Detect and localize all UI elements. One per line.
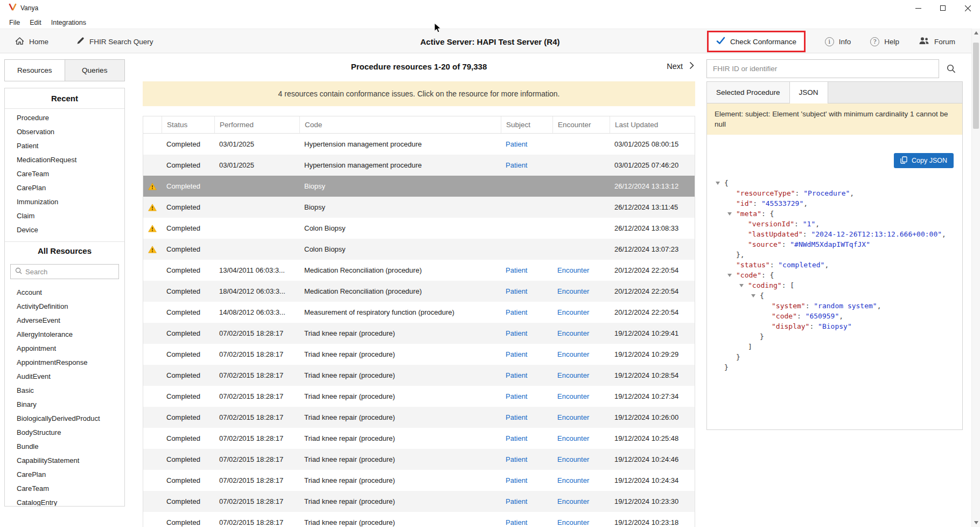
sidebar-resource-item[interactable]: AppointmentResponse: [5, 356, 124, 370]
sidebar-resource-item[interactable]: Claim: [5, 209, 124, 223]
sidebar-resource-item[interactable]: Appointment: [5, 342, 124, 356]
sidebar-resource-item[interactable]: BodyStructure: [5, 426, 124, 440]
subject-link[interactable]: Patient: [506, 140, 527, 148]
sidebar-resource-item[interactable]: CarePlan: [5, 468, 124, 482]
json-collapse-toggle[interactable]: [751, 294, 755, 297]
table-row[interactable]: Completed 07/02/2015 18:28:17 Triad knee…: [143, 512, 695, 527]
resource-search-input[interactable]: [25, 268, 114, 276]
table-row[interactable]: Completed 13/04/2011 06:03:3... Medicati…: [143, 260, 695, 281]
table-row[interactable]: Completed 07/02/2015 18:28:17 Triad knee…: [143, 428, 695, 449]
column-header-last-updated[interactable]: Last Updated: [610, 116, 695, 133]
window-scrollbar[interactable]: [971, 29, 980, 527]
fhir-id-search-input[interactable]: [706, 59, 939, 78]
menu-file[interactable]: File: [4, 19, 25, 26]
home-button[interactable]: Home: [15, 37, 48, 47]
sidebar-resource-item[interactable]: CarePlan: [5, 181, 124, 195]
sidebar-resource-item[interactable]: AuditEvent: [5, 370, 124, 384]
encounter-link[interactable]: Encounter: [557, 371, 589, 379]
sidebar-resource-item[interactable]: ServiceRequest: [5, 237, 124, 241]
encounter-link[interactable]: Encounter: [557, 518, 589, 526]
subject-link[interactable]: Patient: [506, 476, 527, 484]
subject-link[interactable]: Patient: [506, 518, 527, 526]
subject-link[interactable]: Patient: [506, 266, 527, 274]
subject-link[interactable]: Patient: [506, 497, 527, 505]
table-row[interactable]: Completed 07/02/2015 18:28:17 Triad knee…: [143, 470, 695, 491]
table-row[interactable]: Completed Biopsy 26/12/2024 13:13:12: [143, 176, 695, 197]
encounter-link[interactable]: Encounter: [557, 392, 589, 400]
table-row[interactable]: Completed 03/01/2025 Hypertension manage…: [143, 155, 695, 176]
check-conformance-button[interactable]: Check Conformance: [707, 31, 806, 52]
next-page-button[interactable]: Next: [667, 53, 694, 79]
subject-link[interactable]: Patient: [506, 308, 527, 316]
subject-link[interactable]: Patient: [506, 392, 527, 400]
encounter-link[interactable]: Encounter: [557, 455, 589, 463]
table-row[interactable]: Completed 07/02/2015 18:28:17 Triad knee…: [143, 386, 695, 407]
sidebar-resource-item[interactable]: CareTeam: [5, 482, 124, 496]
json-collapse-toggle[interactable]: [727, 274, 732, 277]
table-row[interactable]: Completed Colon Biopsy 26/12/2024 13:08:…: [143, 218, 695, 239]
table-row[interactable]: Completed 18/04/2012 06:03:3... Medicati…: [143, 281, 695, 302]
table-row[interactable]: Completed 07/02/2015 18:28:17 Triad knee…: [143, 449, 695, 470]
table-row[interactable]: Completed Colon Biopsy 26/12/2024 13:07:…: [143, 239, 695, 260]
sidebar-resource-item[interactable]: Procedure: [5, 111, 124, 125]
info-button[interactable]: i Info: [825, 37, 851, 46]
subject-link[interactable]: Patient: [506, 350, 527, 358]
table-row[interactable]: Completed 07/02/2015 18:28:17 Triad knee…: [143, 365, 695, 386]
table-row[interactable]: Completed 03/01/2025 Hypertension manage…: [143, 134, 695, 155]
subject-link[interactable]: Patient: [506, 371, 527, 379]
sidebar-resource-item[interactable]: MedicationRequest: [5, 153, 124, 167]
sidebar-resource-item[interactable]: Patient: [5, 139, 124, 153]
subject-link[interactable]: Patient: [506, 287, 527, 295]
column-header-performed[interactable]: Performed: [214, 116, 299, 133]
sidebar-resource-item[interactable]: AllergyIntolerance: [5, 328, 124, 342]
tab-queries[interactable]: Queries: [65, 59, 125, 81]
help-button[interactable]: ? Help: [870, 37, 899, 46]
close-button[interactable]: [955, 0, 980, 16]
column-header-encounter[interactable]: Encounter: [552, 116, 610, 133]
sidebar-resource-item[interactable]: Basic: [5, 384, 124, 398]
sidebar-resource-item[interactable]: Account: [5, 286, 124, 300]
sidebar-resource-item[interactable]: Device: [5, 223, 124, 237]
table-row[interactable]: Completed 07/02/2015 18:28:17 Triad knee…: [143, 344, 695, 365]
minimize-button[interactable]: [906, 0, 930, 16]
encounter-link[interactable]: Encounter: [557, 266, 589, 274]
tab-json[interactable]: JSON: [790, 82, 828, 103]
sidebar-resource-item[interactable]: ActivityDefinition: [5, 300, 124, 314]
column-header-code[interactable]: Code: [299, 116, 501, 133]
subject-link[interactable]: Patient: [506, 413, 527, 421]
encounter-link[interactable]: Encounter: [557, 413, 589, 421]
table-row[interactable]: Completed 14/08/2012 06:03:3... Measurem…: [143, 302, 695, 323]
sidebar-resource-item[interactable]: Observation: [5, 125, 124, 139]
fhir-search-query-button[interactable]: FHIR Search Query: [76, 37, 153, 46]
encounter-link[interactable]: Encounter: [557, 476, 589, 484]
encounter-link[interactable]: Encounter: [557, 350, 589, 358]
encounter-link[interactable]: Encounter: [557, 497, 589, 505]
tab-selected-procedure[interactable]: Selected Procedure: [707, 82, 790, 103]
scrollbar-thumb[interactable]: [973, 43, 979, 129]
scroll-down-arrow[interactable]: [974, 521, 978, 524]
encounter-link[interactable]: Encounter: [557, 434, 589, 442]
tab-resources[interactable]: Resources: [4, 59, 65, 81]
sidebar-resource-item[interactable]: Bundle: [5, 440, 124, 454]
menu-integrations[interactable]: Integrations: [46, 19, 91, 26]
json-collapse-toggle[interactable]: [716, 182, 720, 185]
subject-link[interactable]: Patient: [506, 161, 527, 169]
encounter-link[interactable]: Encounter: [557, 329, 589, 337]
sidebar-resource-item[interactable]: CatalogEntry: [5, 496, 124, 506]
table-row[interactable]: Completed 07/02/2015 18:28:17 Triad knee…: [143, 491, 695, 512]
table-row[interactable]: Completed 07/02/2015 18:28:17 Triad knee…: [143, 323, 695, 344]
copy-json-button[interactable]: Copy JSON: [894, 153, 954, 168]
subject-link[interactable]: Patient: [506, 329, 527, 337]
encounter-link[interactable]: Encounter: [557, 308, 589, 316]
table-row[interactable]: Completed Biopsy 26/12/2024 13:11:45: [143, 197, 695, 218]
column-header-status[interactable]: Status: [162, 116, 214, 133]
search-button[interactable]: [939, 59, 963, 78]
sidebar-resource-item[interactable]: CapabilityStatement: [5, 454, 124, 468]
encounter-link[interactable]: Encounter: [557, 287, 589, 295]
column-header-subject[interactable]: Subject: [501, 116, 552, 133]
json-collapse-toggle[interactable]: [727, 212, 732, 216]
subject-link[interactable]: Patient: [506, 455, 527, 463]
sidebar-resource-item[interactable]: Immunization: [5, 195, 124, 209]
sidebar-resource-item[interactable]: Binary: [5, 398, 124, 412]
subject-link[interactable]: Patient: [506, 434, 527, 442]
